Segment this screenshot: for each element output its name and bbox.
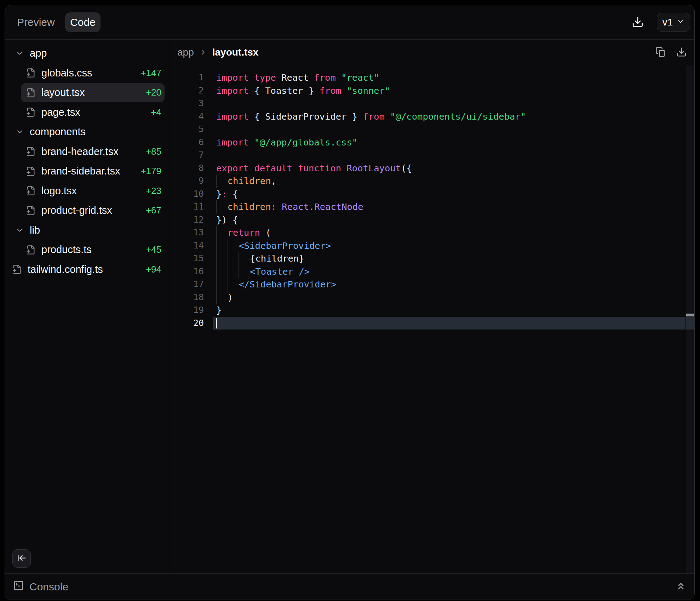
header: Preview Code v1 bbox=[5, 5, 694, 40]
chevron-right-icon bbox=[199, 48, 207, 56]
code-line: 9children, bbox=[169, 174, 694, 188]
line-number: 8 bbox=[169, 162, 204, 175]
file-plus-icon bbox=[12, 264, 22, 274]
code-line: 5 bbox=[169, 123, 694, 136]
line-number: 1 bbox=[169, 71, 204, 84]
code-line: 17</SidebarProvider> bbox=[169, 278, 694, 291]
collapse-sidebar-button[interactable] bbox=[12, 549, 31, 568]
code-line: 2import { Toaster } from "sonner" bbox=[169, 84, 694, 97]
indent-guide bbox=[216, 200, 228, 213]
line-number: 13 bbox=[169, 226, 204, 239]
indent-guide bbox=[216, 174, 228, 188]
chevron-down-icon bbox=[16, 226, 24, 234]
tree-section-lib[interactable]: lib bbox=[5, 221, 169, 240]
file-plus-icon bbox=[26, 245, 36, 255]
diff-added-count: +67 bbox=[146, 205, 161, 216]
tree-file-layout.tsx[interactable]: layout.tsx+20 bbox=[5, 83, 169, 103]
code-line: 14<SidebarProvider> bbox=[169, 239, 694, 252]
console-bar[interactable]: Console bbox=[5, 573, 694, 600]
text-cursor bbox=[216, 318, 217, 328]
file-plus-icon bbox=[26, 147, 36, 156]
code-line-content: }: { bbox=[216, 188, 238, 201]
tree-file-tailwind.config.ts[interactable]: tailwind.config.ts+94 bbox=[5, 260, 169, 280]
line-number: 17 bbox=[169, 278, 204, 291]
diff-added-count: +147 bbox=[140, 68, 161, 79]
file-plus-icon bbox=[26, 166, 36, 176]
console-label: Console bbox=[29, 581, 68, 593]
tree-item-label: components bbox=[30, 126, 86, 138]
code-line-content: ) bbox=[216, 291, 233, 304]
tree-section-components[interactable]: components bbox=[5, 122, 169, 142]
tree-item-label: globals.css bbox=[41, 67, 92, 79]
tree-section-app[interactable]: app bbox=[5, 44, 169, 63]
version-selector[interactable]: v1 bbox=[657, 13, 690, 32]
scrollbar-thumb[interactable] bbox=[686, 314, 694, 316]
copy-code-button[interactable] bbox=[655, 47, 666, 58]
expand-console-button[interactable] bbox=[676, 581, 686, 593]
code-line: 19} bbox=[169, 304, 694, 317]
download-icon bbox=[676, 47, 687, 58]
tree-item-label: product-grid.tsx bbox=[41, 205, 112, 216]
tree-item-label: lib bbox=[30, 224, 40, 236]
tree-item-label: layout.tsx bbox=[41, 87, 85, 98]
diff-added-count: +45 bbox=[146, 244, 161, 255]
code-line-content: import "@/app/globals.css" bbox=[216, 136, 357, 149]
tree-file-globals.css[interactable]: globals.css+147 bbox=[5, 63, 169, 83]
file-tree-sidebar: appglobals.css+147layout.tsx+20page.tsx+… bbox=[5, 39, 169, 574]
code-line-content: import type React from "react" bbox=[216, 71, 379, 84]
line-number: 6 bbox=[169, 136, 204, 149]
indent-guide bbox=[228, 239, 239, 252]
breadcrumb: app layout.tsx bbox=[177, 39, 258, 65]
code-line-content: return ( bbox=[216, 226, 271, 239]
diff-added-count: +23 bbox=[146, 185, 161, 196]
code-line-content: import { Toaster } from "sonner" bbox=[216, 84, 390, 97]
code-line: 12}) { bbox=[169, 213, 694, 227]
code-line: 3 bbox=[169, 97, 694, 110]
line-number: 9 bbox=[169, 174, 204, 188]
code-line: 1import type React from "react" bbox=[169, 71, 694, 84]
code-workspace-panel: Preview Code v1 appglobals.css+147layout… bbox=[5, 5, 695, 600]
download-file-button[interactable] bbox=[676, 47, 687, 58]
breadcrumb-folder[interactable]: app bbox=[177, 47, 194, 58]
code-editor[interactable]: 1import type React from "react"2import {… bbox=[169, 71, 694, 330]
tree-file-products.ts[interactable]: products.ts+45 bbox=[5, 240, 169, 260]
code-line: 11children: React.ReactNode bbox=[169, 200, 694, 213]
diff-added-count: +20 bbox=[146, 87, 161, 98]
tree-item-label: products.ts bbox=[41, 244, 92, 256]
indent-guide bbox=[216, 291, 228, 304]
code-line: 10}: { bbox=[169, 188, 694, 201]
code-line-content: {children} bbox=[216, 252, 304, 265]
breadcrumb-file: layout.tsx bbox=[212, 47, 259, 58]
code-line: 13return ( bbox=[169, 226, 694, 239]
line-number: 5 bbox=[169, 123, 204, 136]
indent-guide bbox=[228, 252, 239, 265]
file-plus-icon bbox=[26, 107, 36, 117]
code-line: 18) bbox=[169, 291, 694, 304]
code-line: 6import "@/app/globals.css" bbox=[169, 136, 694, 149]
chevrons-up-icon bbox=[676, 581, 686, 593]
line-number: 4 bbox=[169, 110, 204, 123]
tree-file-product-grid.tsx[interactable]: product-grid.tsx+67 bbox=[5, 201, 169, 221]
tree-file-logo.tsx[interactable]: logo.tsx+23 bbox=[5, 181, 169, 201]
indent-guide bbox=[228, 265, 239, 278]
tab-preview[interactable]: Preview bbox=[17, 5, 55, 39]
line-number: 18 bbox=[169, 291, 204, 304]
download-project-button[interactable] bbox=[630, 15, 646, 30]
line-number: 19 bbox=[169, 304, 204, 317]
code-line-content: import { SidebarProvider } from "@/compo… bbox=[216, 110, 526, 123]
tree-file-page.tsx[interactable]: page.tsx+4 bbox=[5, 103, 169, 122]
tab-code[interactable]: Code bbox=[65, 12, 101, 32]
tree-file-brand-sidebar.tsx[interactable]: brand-sidebar.tsx+179 bbox=[5, 161, 169, 181]
copy-icon bbox=[655, 47, 666, 58]
code-editor-panel: app layout.tsx 1import type React from "… bbox=[169, 39, 694, 574]
tree-file-brand-header.tsx[interactable]: brand-header.tsx+85 bbox=[5, 142, 169, 162]
code-line-content: children: React.ReactNode bbox=[216, 200, 363, 213]
code-line-content: } bbox=[216, 304, 222, 317]
code-line: 8export default function RootLayout({ bbox=[169, 162, 694, 175]
line-number: 3 bbox=[169, 97, 204, 110]
indent-guide bbox=[239, 252, 250, 265]
line-number: 11 bbox=[169, 200, 204, 213]
scrollbar-line-highlight bbox=[686, 317, 694, 330]
file-plus-icon bbox=[26, 206, 36, 216]
tree-item-label: page.tsx bbox=[41, 107, 80, 118]
